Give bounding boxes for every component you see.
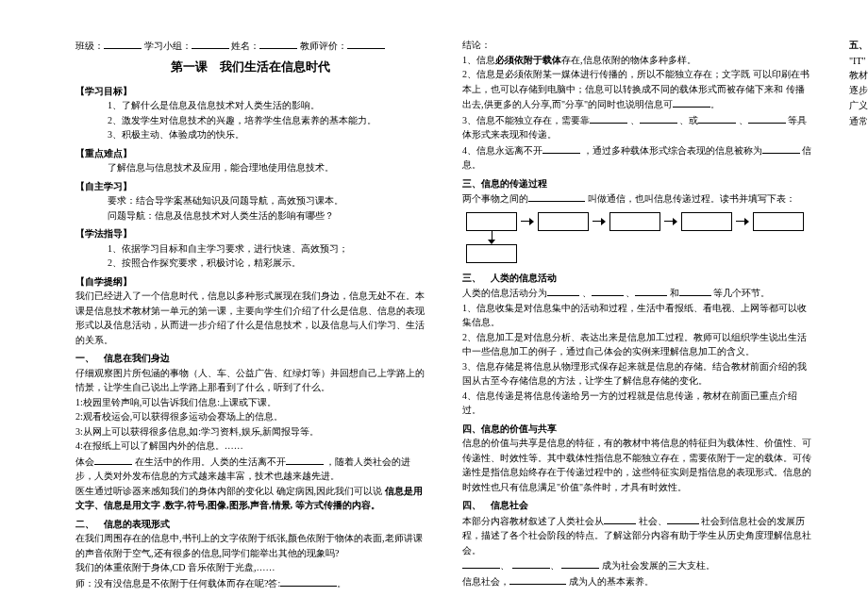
text: 3、信息不能独立存在，需要靠 xyxy=(462,115,590,125)
text: 人类的信息活动分为 xyxy=(462,288,547,298)
selfstudy-req: 要求：结合导学案基础知识及问题导航，高效预习课本。 xyxy=(75,193,425,208)
class-label: 班级： xyxy=(75,41,104,51)
s3a-heading: 三、 人类的信息活动 xyxy=(462,271,811,286)
blank[interactable] xyxy=(547,285,579,296)
text: 成为人的基本素养。 xyxy=(569,576,654,587)
s5-p3: 通常所说的信息技术是指。 xyxy=(849,113,868,129)
outline-heading: 【自学提纲】 xyxy=(75,274,425,290)
blank[interactable] xyxy=(592,285,624,296)
s1-item: 2:观看校运会,可以获得很多运动会赛场上的信息。 xyxy=(75,409,425,424)
blank[interactable] xyxy=(635,285,667,296)
flow-box[interactable] xyxy=(466,212,517,231)
text: 2、信息是必须依附某一媒体进行传播的，所以不能独立存在；文字既 可以印刷在书本上… xyxy=(462,69,810,109)
text: 1、信息 xyxy=(462,55,495,65)
arrow-right-icon xyxy=(521,218,534,225)
text: 、 xyxy=(582,288,592,298)
teacher-eval-blank[interactable] xyxy=(347,38,385,49)
outline-intro: 我们已经进入了一个信息时代，信息以多种形式展现在我们身边，信息无处不在。本课是信… xyxy=(75,289,425,347)
flow-box[interactable] xyxy=(753,212,804,231)
blank[interactable] xyxy=(640,112,677,124)
flow-box[interactable] xyxy=(466,244,517,263)
s4a-heading: 四、 信息社会 xyxy=(462,498,811,513)
s1-item: 3:从网上可以获得很多信息,如:学习资料,娱乐,新闻报导等。 xyxy=(75,424,425,439)
group-blank[interactable] xyxy=(192,38,229,49)
blank[interactable] xyxy=(561,557,599,569)
text: 广义地讲， xyxy=(849,100,868,110)
blank[interactable] xyxy=(604,513,636,524)
text: 成为社会发展的三大支柱。 xyxy=(599,560,715,571)
blank[interactable] xyxy=(512,557,550,569)
blank[interactable] xyxy=(542,142,580,154)
text: 。 xyxy=(710,99,720,109)
document-page: 班级： 学习小组： 姓名： 教师评价： 第一课 我们生活在信息时代 【学习目标】… xyxy=(0,0,868,613)
selfstudy-nav: 问题导航：信息及信息技术对人类生活的影响有哪些？ xyxy=(75,208,425,224)
s3a-item: 3、信息存储是将信息从物理形式保存起来就是信息的存储。结合教材前面介绍的我国从古… xyxy=(462,359,811,389)
s2-conclusion-2: 2、信息是必须依附某一媒体进行传播的，所以不能独立存在；文字既 可以印刷在书本上… xyxy=(462,67,811,112)
blank[interactable] xyxy=(679,285,711,296)
text: 等几个环节。 xyxy=(713,288,770,298)
goal-item: 2、激发学生对信息技术的兴趣，培养学生信息素养的基本能力。 xyxy=(75,113,425,128)
arrow-right-icon xyxy=(593,218,606,225)
s4a-p1: 本部分内容教材叙述了人类社会从 社会、 社会到信息社会的发展历程，描述了各个社会… xyxy=(462,513,811,558)
s4-heading: 四、信息的价值与共享 xyxy=(462,422,811,437)
blank[interactable] xyxy=(762,142,800,154)
blank[interactable] xyxy=(528,191,585,202)
student-info-line: 班级： 学习小组： 姓名： 教师评价： xyxy=(75,38,425,54)
text: 体会 xyxy=(75,456,94,467)
s3a-item: 2、信息加工是对信息分析、表达出来是信息加工过程。教师可以组织学生说出生活中一些… xyxy=(462,330,811,359)
text: 和 xyxy=(670,288,679,298)
s1-heading: 一、 信息在我们身边 xyxy=(75,351,425,366)
teacher-eval-label: 教师评价： xyxy=(300,41,347,51)
goal-item: 1、了解什么是信息及信息技术对人类生活的影响。 xyxy=(75,98,425,113)
text: 存在,信息依附的物体多种多样。 xyxy=(561,55,696,65)
bold-text: 必须依附于载体 xyxy=(495,55,561,65)
blank[interactable] xyxy=(748,112,786,124)
text: 在生活中的作用。人类的生活离不开 xyxy=(135,456,286,467)
name-label: 姓名： xyxy=(231,41,259,51)
s1-conclusion: 医生通过听诊器来感知我们的身体内部的变化以 确定病因,因此我们可以说 信息是用文… xyxy=(75,484,425,513)
text: "IT" （ xyxy=(849,56,868,66)
blank[interactable] xyxy=(94,454,132,465)
flow-row-bottom xyxy=(466,244,811,263)
blank[interactable] xyxy=(462,557,500,569)
method-item: 1、依据学习目标和自主学习要求，进行快速、高效预习； xyxy=(75,241,425,257)
selfstudy-heading: 【自主学习】 xyxy=(75,179,425,194)
flow-diagram xyxy=(466,212,811,263)
blank[interactable] xyxy=(673,96,710,108)
text: 信息社会， xyxy=(462,576,509,587)
blank[interactable] xyxy=(280,575,337,587)
s5-it: "IT" （）——信息技术 xyxy=(849,53,868,69)
flow-box[interactable] xyxy=(538,212,589,231)
flow-box[interactable] xyxy=(609,212,660,231)
flow-box[interactable] xyxy=(681,212,732,231)
blank[interactable] xyxy=(667,513,699,524)
s1-intro: 仔细观察图片所包涵的事物（人、车、公益广告、红绿灯等）并回想自己上学路上的情景，… xyxy=(75,366,425,395)
s3a-item: 1、信息收集是对信息集中的活动和过程，生活中看报纸、看电视、上网等都可以收集信息… xyxy=(462,301,811,330)
text: 师：没有没信息是不依附于任何载体而存在呢?答: xyxy=(75,578,280,588)
blank[interactable] xyxy=(590,112,627,124)
keypoint-body: 了解信息与信息技术及应用，能合理地使用信息技术。 xyxy=(75,160,425,175)
lesson-title: 第一课 我们生活在信息时代 xyxy=(75,58,425,76)
text: 、 xyxy=(626,288,635,298)
text: 、 xyxy=(630,115,640,125)
s2-conclusion-1: 1、信息必须依附于载体存在,信息依附的物体多种多样。 xyxy=(462,53,811,68)
class-blank[interactable] xyxy=(104,38,142,49)
s4a-p3: 信息社会， 成为人的基本素养。 xyxy=(462,573,811,589)
method-item: 2、按照合作探究要求，积极讨论，精彩展示。 xyxy=(75,256,425,271)
text: 通常所说的信息技术是指 xyxy=(849,116,868,126)
s1-fill: 体会 在生活中的作用。人类的生活离不开 ，随着人类社会的进步，人类对外发布信息的… xyxy=(75,454,425,484)
group-label: 学习小组： xyxy=(144,41,192,51)
keypoint-heading: 【重点难点】 xyxy=(75,146,425,161)
arrow-right-icon xyxy=(736,218,749,225)
method-heading: 【学法指导】 xyxy=(75,226,425,241)
blank[interactable] xyxy=(286,454,324,465)
name-blank[interactable] xyxy=(259,38,297,49)
flow-row-top xyxy=(466,212,811,231)
s3-heading: 三、信息的传递过程 xyxy=(462,176,811,191)
text: 社会、 xyxy=(639,516,667,526)
s1-item: 1:校园里铃声响,可以告诉我们信息:上课或下课。 xyxy=(75,395,425,410)
blank[interactable] xyxy=(698,112,736,124)
s3a-item: 4、信息传递是将信息传递给另一方的过程就是信息传递，教材在前面已重点介绍过。 xyxy=(462,389,811,418)
blank[interactable] xyxy=(509,573,566,585)
s2-heading: 二、 信息的表现形式 xyxy=(75,517,425,532)
